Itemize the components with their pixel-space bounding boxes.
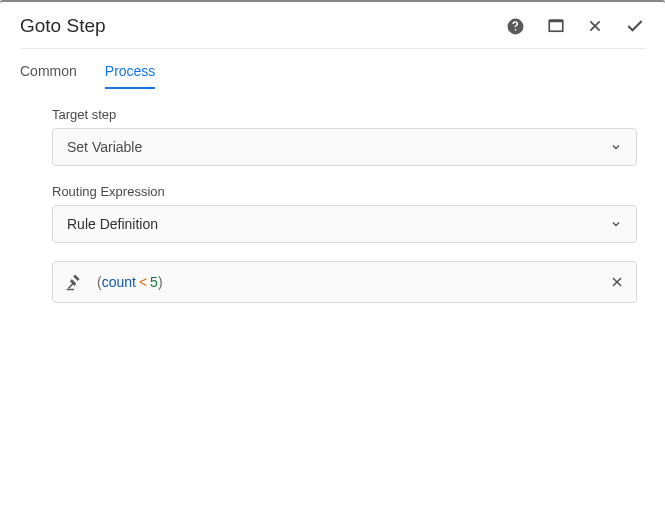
- close-icon[interactable]: [587, 18, 603, 34]
- header-actions: [506, 16, 645, 36]
- svg-rect-1: [549, 21, 563, 32]
- tab-process[interactable]: Process: [105, 63, 156, 89]
- gavel-icon: [65, 273, 83, 291]
- routing-expression-select[interactable]: Rule Definition: [52, 205, 637, 243]
- rule-expression: (count<5): [97, 274, 610, 290]
- target-step-value: Set Variable: [67, 139, 142, 155]
- dialog-header: Goto Step: [0, 2, 665, 48]
- routing-expression-label: Routing Expression: [52, 184, 637, 199]
- tab-common[interactable]: Common: [20, 63, 77, 89]
- chevron-down-icon: [610, 218, 622, 230]
- target-step-select[interactable]: Set Variable: [52, 128, 637, 166]
- confirm-icon[interactable]: [625, 16, 645, 36]
- tabs: Common Process: [0, 49, 665, 89]
- fullscreen-icon[interactable]: [547, 17, 565, 35]
- rule-definition-row[interactable]: (count<5): [52, 261, 637, 303]
- routing-expression-value: Rule Definition: [67, 216, 158, 232]
- target-step-label: Target step: [52, 107, 637, 122]
- goto-step-dialog: Goto Step Common Process Target step Set…: [0, 0, 665, 505]
- dialog-title: Goto Step: [20, 15, 106, 37]
- remove-rule-icon[interactable]: [610, 275, 624, 289]
- rule-variable: count: [102, 274, 136, 290]
- chevron-down-icon: [610, 141, 622, 153]
- rule-number: 5: [150, 274, 158, 290]
- rule-operator: <: [136, 274, 150, 290]
- dialog-content: Target step Set Variable Routing Express…: [0, 89, 665, 303]
- help-icon[interactable]: [506, 17, 525, 36]
